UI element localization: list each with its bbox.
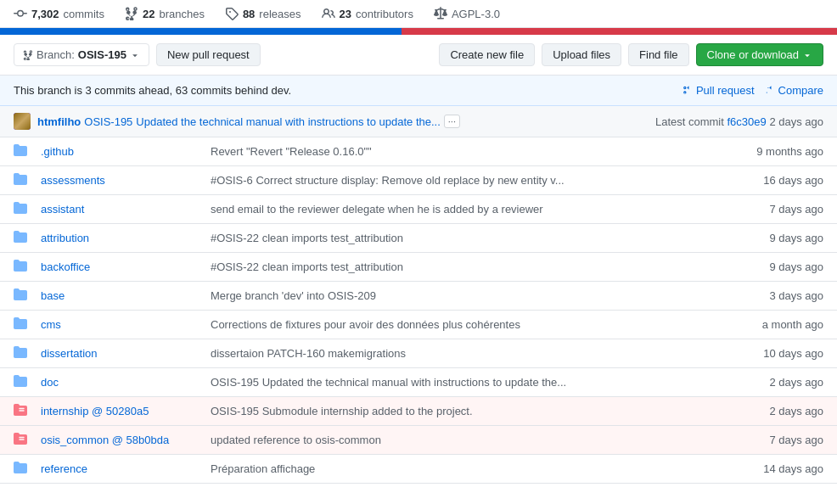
new-pull-request-button[interactable]: New pull request: [156, 43, 261, 66]
table-row[interactable]: .githubRevert "Revert "Release 0.16.0""9…: [0, 137, 837, 166]
releases-stat[interactable]: 88 releases: [225, 7, 301, 20]
contributors-stat[interactable]: 23 contributors: [322, 7, 413, 20]
commits-stat[interactable]: 7,302 commits: [14, 7, 104, 20]
file-commit-cell: send email to the reviewer delegate when…: [204, 195, 735, 224]
license-icon: [434, 7, 447, 20]
file-type-icon-cell: [0, 311, 34, 339]
create-new-file-button[interactable]: Create new file: [439, 43, 535, 66]
file-name-link[interactable]: assistant: [41, 203, 84, 216]
file-name-cell: reference: [34, 455, 204, 484]
file-name-link[interactable]: base: [41, 289, 65, 302]
file-table: .githubRevert "Revert "Release 0.16.0""9…: [0, 137, 837, 484]
file-name-cell: dissertation: [34, 339, 204, 368]
file-commit-cell: dissertaion PATCH-160 makemigrations: [204, 339, 735, 368]
folder-icon: [14, 316, 27, 330]
file-name-link[interactable]: cms: [41, 318, 61, 331]
commits-icon: [14, 7, 27, 20]
file-name-link[interactable]: osis_common @ 58b0bda: [41, 434, 169, 446]
branch-selector[interactable]: Branch: OSIS-195: [14, 43, 149, 66]
table-row[interactable]: dissertationdissertaion PATCH-160 makemi…: [0, 339, 837, 368]
clone-or-download-button[interactable]: Clone or download: [696, 43, 823, 66]
author-avatar: [14, 113, 31, 130]
folder-icon: [14, 374, 27, 388]
license-name: AGPL-3.0: [452, 8, 500, 20]
file-name-link[interactable]: attribution: [41, 232, 89, 244]
latest-commit-label: Latest commit: [655, 115, 724, 128]
folder-icon: [14, 230, 27, 244]
table-row[interactable]: internship @ 50280a5OSIS-195 Submodule i…: [0, 397, 837, 426]
file-commit-link[interactable]: Corrections de fixtures pour avoir des d…: [211, 318, 520, 331]
branch-name-label: OSIS-195: [78, 48, 126, 61]
table-row[interactable]: cmsCorrections de fixtures pour avoir de…: [0, 311, 837, 339]
file-name-link[interactable]: doc: [41, 376, 59, 389]
file-commit-link[interactable]: Merge branch 'dev' into OSIS-209: [211, 289, 376, 302]
branches-count: 22: [143, 8, 154, 20]
file-commit-cell: Merge branch 'dev' into OSIS-209: [204, 282, 735, 311]
file-name-link[interactable]: backoffice: [41, 260, 90, 273]
file-commit-link[interactable]: Préparation affichage: [211, 462, 315, 475]
commit-branch-tag[interactable]: OSIS-195: [84, 115, 132, 128]
file-name-link[interactable]: internship @ 50280a5: [41, 405, 149, 417]
file-commit-cell: #OSIS-6 Correct structure display: Remov…: [204, 166, 735, 195]
table-row[interactable]: assessments#OSIS-6 Correct structure dis…: [0, 166, 837, 195]
file-type-icon-cell: [0, 426, 34, 455]
pull-request-link[interactable]: Pull request: [683, 84, 755, 97]
folder-icon: [14, 288, 27, 301]
table-row[interactable]: docOSIS-195 Updated the technical manual…: [0, 368, 837, 397]
file-type-icon-cell: [0, 195, 34, 224]
table-row[interactable]: attribution#OSIS-22 clean imports test_a…: [0, 224, 837, 253]
commit-author[interactable]: htmfilho: [37, 115, 81, 128]
submodule-icon: [14, 432, 27, 445]
branches-stat[interactable]: 22 branches: [125, 7, 205, 20]
folder-icon: [14, 259, 27, 272]
file-commit-link[interactable]: #OSIS-22 clean imports test_attribution: [211, 260, 403, 273]
find-file-button[interactable]: Find file: [628, 43, 689, 66]
file-commit-link[interactable]: updated reference to osis-common: [211, 434, 381, 446]
file-commit-link[interactable]: send email to the reviewer delegate when…: [211, 203, 543, 216]
table-row[interactable]: assistantsend email to the reviewer dele…: [0, 195, 837, 224]
table-row[interactable]: osis_common @ 58b0bdaupdated reference t…: [0, 426, 837, 455]
file-name-cell: backoffice: [34, 253, 204, 282]
compare-link[interactable]: Compare: [765, 84, 823, 97]
file-name-cell: osis_common @ 58b0bda: [34, 426, 204, 455]
file-commit-cell: OSIS-195 Updated the technical manual wi…: [204, 368, 735, 397]
file-name-link[interactable]: assessments: [41, 174, 105, 187]
file-commit-cell: OSIS-195 Submodule internship added to t…: [204, 397, 735, 426]
file-commit-link[interactable]: #OSIS-6 Correct structure display: Remov…: [211, 174, 565, 187]
file-commit-link[interactable]: dissertaion PATCH-160 makemigrations: [211, 347, 406, 360]
file-commit-link[interactable]: OSIS-195 Submodule internship added to t…: [211, 405, 473, 417]
file-commit-link[interactable]: OSIS-195 Updated the technical manual wi…: [211, 376, 566, 389]
contributors-label: contributors: [356, 8, 413, 20]
upload-files-button[interactable]: Upload files: [542, 43, 621, 66]
table-row[interactable]: baseMerge branch 'dev' into OSIS-2093 da…: [0, 282, 837, 311]
file-name-link[interactable]: .github: [41, 145, 74, 158]
other-progress: [402, 28, 837, 35]
contributors-icon: [322, 7, 335, 20]
commit-ellipsis-button[interactable]: ···: [444, 115, 460, 128]
commit-message-text[interactable]: Updated the technical manual with instru…: [136, 115, 440, 128]
commit-hash[interactable]: f6c30e9: [727, 115, 767, 128]
pull-request-icon: [683, 86, 693, 96]
file-time-cell: 9 days ago: [735, 224, 837, 253]
file-time-cell: 2 days ago: [735, 397, 837, 426]
compare-icon: [765, 86, 775, 96]
table-row[interactable]: referencePréparation affichage14 days ag…: [0, 455, 837, 484]
releases-label: releases: [259, 8, 301, 20]
file-time-cell: 9 days ago: [735, 253, 837, 282]
commits-count: 7,302: [31, 8, 59, 20]
table-row[interactable]: backoffice#OSIS-22 clean imports test_at…: [0, 253, 837, 282]
repo-toolbar: Branch: OSIS-195 New pull request Create…: [0, 35, 837, 76]
file-name-link[interactable]: dissertation: [41, 347, 97, 360]
file-time-cell: 10 days ago: [735, 339, 837, 368]
file-name-link[interactable]: reference: [41, 462, 87, 475]
language-progress-bar: [0, 28, 837, 35]
file-commit-link[interactable]: Revert "Revert "Release 0.16.0"": [211, 145, 372, 158]
file-commit-cell: #OSIS-22 clean imports test_attribution: [204, 253, 735, 282]
stats-bar: 7,302 commits 22 branches 88 releases 23…: [0, 0, 837, 28]
clone-dropdown-icon: [802, 50, 812, 60]
python-progress: [0, 28, 402, 35]
file-time-cell: 7 days ago: [735, 426, 837, 455]
file-commit-cell: Corrections de fixtures pour avoir des d…: [204, 311, 735, 339]
license-stat[interactable]: AGPL-3.0: [434, 7, 500, 20]
file-commit-link[interactable]: #OSIS-22 clean imports test_attribution: [211, 232, 403, 244]
